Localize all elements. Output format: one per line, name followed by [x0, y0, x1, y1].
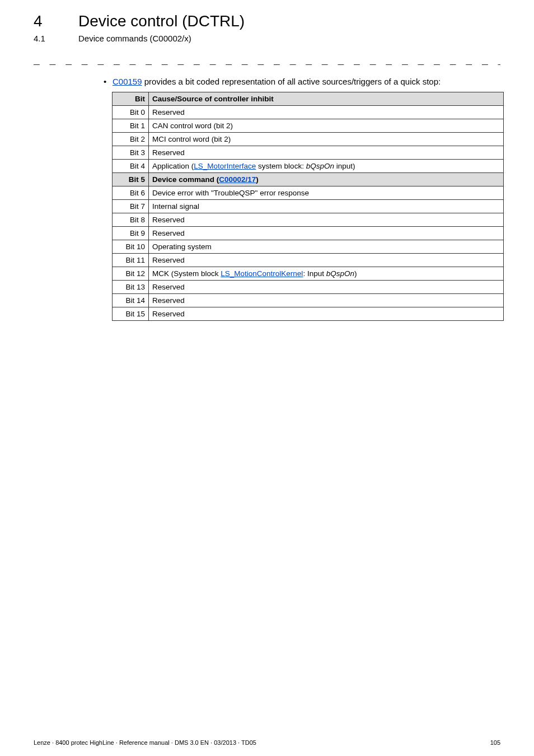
section-number: 4.1 [34, 34, 78, 43]
table-header-row: Bit Cause/Source of controller inhibit [113, 92, 504, 106]
table-italic: bQspOn [326, 269, 354, 278]
table-row: Bit 9Reserved [113, 227, 504, 240]
table-cell-bit: Bit 12 [113, 267, 149, 281]
dashed-separator: _ _ _ _ _ _ _ _ _ _ _ _ _ _ _ _ _ _ _ _ … [34, 59, 500, 67]
table-cell-bit: Bit 4 [113, 160, 149, 173]
page-footer: Lenze · 8400 protec HighLine · Reference… [34, 739, 500, 746]
footer-page-number: 105 [490, 739, 500, 746]
table-row: Bit 13Reserved [113, 281, 504, 294]
section-title: Device commands (C00002/x) [78, 34, 191, 43]
table-header-cause: Cause/Source of controller inhibit [149, 92, 504, 106]
controller-inhibit-table: Bit Cause/Source of controller inhibit B… [112, 92, 504, 321]
bullet-link[interactable]: C00159 [113, 77, 142, 86]
table-row: Bit 4Application (LS_MotorInterface syst… [113, 160, 504, 173]
page-container: 4 Device control (DCTRL) 4.1 Device comm… [0, 0, 534, 756]
table-row: Bit 10Operating system [113, 240, 504, 254]
bullet-text: C00159 provides a bit coded representati… [113, 77, 441, 86]
table-cell-bit: Bit 15 [113, 307, 149, 321]
table-cell-cause: Internal signal [149, 200, 504, 213]
section-heading: 4.1 Device commands (C00002/x) [34, 34, 500, 43]
table-cell-cause: MCK (System block LS_MotionControlKernel… [149, 267, 504, 281]
bullet-icon: • [104, 77, 113, 86]
table-row: Bit 0Reserved [113, 106, 504, 119]
table-cell-bit: Bit 9 [113, 227, 149, 240]
table-row: Bit 8Reserved [113, 213, 504, 227]
table-cell-cause: Application (LS_MotorInterface system bl… [149, 160, 504, 173]
table-cell-bit: Bit 7 [113, 200, 149, 213]
chapter-title: Device control (DCTRL) [78, 12, 245, 30]
table-cell-cause: Reserved [149, 213, 504, 227]
table-cell-cause: Reserved [149, 294, 504, 307]
table-row: Bit 15Reserved [113, 307, 504, 321]
table-italic: bQspOn [306, 162, 334, 170]
table-cell-bit: Bit 3 [113, 146, 149, 160]
table-link[interactable]: LS_MotionControlKernel [221, 269, 303, 278]
table-cell-bit: Bit 14 [113, 294, 149, 307]
footer-left: Lenze · 8400 protec HighLine · Reference… [34, 739, 256, 746]
table-row: Bit 6Device error with "TroubleQSP" erro… [113, 186, 504, 200]
table-cell-cause: Reserved [149, 254, 504, 267]
bullet-tail: provides a bit coded representation of a… [142, 77, 441, 86]
table-cell-cause: MCI control word (bit 2) [149, 133, 504, 146]
table-row: Bit 11Reserved [113, 254, 504, 267]
table-cell-cause: Operating system [149, 240, 504, 254]
table-cell-cause: CAN control word (bit 2) [149, 119, 504, 133]
table-row: Bit 5Device command (C00002/17) [113, 173, 504, 186]
table-cell-bit: Bit 13 [113, 281, 149, 294]
table-link[interactable]: LS_MotorInterface [194, 162, 256, 170]
table-cell-bit: Bit 0 [113, 106, 149, 119]
table-body: Bit 0ReservedBit 1CAN control word (bit … [113, 106, 504, 321]
table-cell-cause: Reserved [149, 106, 504, 119]
table-cell-bit: Bit 8 [113, 213, 149, 227]
bullet-paragraph: • C00159 provides a bit coded representa… [104, 77, 500, 86]
table-cell-cause: Reserved [149, 146, 504, 160]
table-cell-bit: Bit 6 [113, 186, 149, 200]
table-cell-cause: Reserved [149, 281, 504, 294]
table-cell-bit: Bit 5 [113, 173, 149, 186]
table-cell-bit: Bit 10 [113, 240, 149, 254]
table-row: Bit 14Reserved [113, 294, 504, 307]
table-row: Bit 3Reserved [113, 146, 504, 160]
table-row: Bit 1CAN control word (bit 2) [113, 119, 504, 133]
table-cell-cause: Device command (C00002/17) [149, 173, 504, 186]
table-cell-cause: Device error with "TroubleQSP" error res… [149, 186, 504, 200]
chapter-number: 4 [34, 12, 78, 30]
table-cell-bit: Bit 11 [113, 254, 149, 267]
table-header-bit: Bit [113, 92, 149, 106]
table-cell-cause: Reserved [149, 227, 504, 240]
table-cell-cause: Reserved [149, 307, 504, 321]
table-cell-bit: Bit 2 [113, 133, 149, 146]
table-cell-bit: Bit 1 [113, 119, 149, 133]
table-link[interactable]: C00002/17 [219, 175, 256, 184]
table-row: Bit 7Internal signal [113, 200, 504, 213]
table-row: Bit 12MCK (System block LS_MotionControl… [113, 267, 504, 281]
table-row: Bit 2MCI control word (bit 2) [113, 133, 504, 146]
chapter-heading: 4 Device control (DCTRL) [34, 12, 500, 30]
